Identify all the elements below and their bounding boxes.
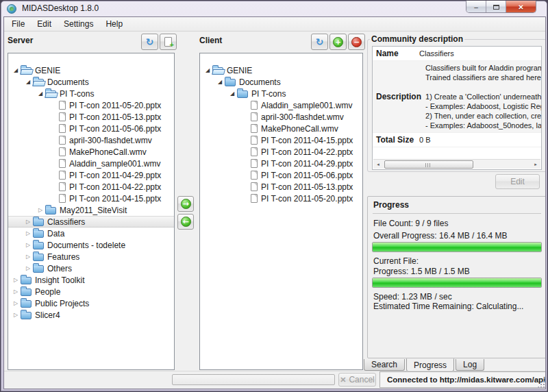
title-bar[interactable]: MIDASDesktop 1.8.0 – ✕	[1, 1, 547, 16]
collapse-arrow-icon[interactable]: ◢	[215, 79, 225, 85]
file-icon	[59, 194, 66, 203]
menu-settings[interactable]: Settings	[58, 18, 99, 31]
tree-item[interactable]: PI T-con 2011-05-13.pptx	[8, 111, 174, 123]
tree-item[interactable]: PI T-con 2011-05-20.pptx	[200, 193, 362, 204]
maximize-button[interactable]	[486, 1, 506, 13]
tree-item[interactable]: ▷People	[8, 286, 174, 297]
tree-item[interactable]: PI T-con 2011-05-20.pptx	[8, 99, 174, 111]
tree-item[interactable]: ▷Documents - todelete	[8, 239, 174, 251]
client-add-button[interactable]: +	[329, 34, 347, 50]
progress-title: Progress	[373, 200, 409, 210]
client-refresh-button[interactable]: ↻	[311, 34, 328, 50]
statusbar-progress-bar	[172, 374, 335, 385]
tree-item[interactable]: PI T-con 2011-04-22.pptx	[200, 146, 362, 158]
folder-open-icon	[45, 90, 56, 98]
tree-item[interactable]: PI T-con 2011-04-22.pptx	[8, 181, 174, 193]
tree-item[interactable]: ◢PI T-cons	[200, 88, 362, 99]
collapse-arrow-icon[interactable]: ◢	[227, 90, 237, 97]
scroll-left-icon[interactable]: ◂	[373, 162, 383, 167]
folder-icon	[225, 79, 236, 86]
tree-item[interactable]: ▷May2011_SiteVisit	[8, 204, 174, 216]
tree-item-label: Documents - todelete	[47, 241, 125, 250]
tab-log[interactable]: Log	[456, 359, 484, 371]
tree-item[interactable]: PI T-con 2011-05-06.pptx	[8, 123, 174, 134]
file-icon	[59, 171, 66, 180]
folder-icon	[21, 300, 32, 308]
expand-arrow-icon[interactable]: ▷	[11, 277, 21, 283]
tree-item[interactable]: PI T-con 2011-04-15.pptx	[8, 193, 174, 204]
tree-item[interactable]: ◢Documents	[200, 76, 362, 88]
collapse-arrow-icon[interactable]: ◢	[23, 79, 33, 85]
file-icon	[251, 147, 258, 156]
tree-item[interactable]: MakePhoneCall.wmv	[200, 123, 362, 134]
tree-item[interactable]: PI T-con 2011-05-13.pptx	[200, 181, 362, 193]
server-new-resource-button[interactable]: +	[160, 34, 177, 50]
tree-item[interactable]: ▷Data	[8, 228, 174, 239]
tree-item[interactable]: PI T-con 2011-05-06.pptx	[200, 169, 362, 181]
tree-item-label: PI T-con 2011-04-15.pptx	[69, 194, 161, 204]
expand-arrow-icon[interactable]: ▷	[23, 230, 33, 236]
collapse-arrow-icon[interactable]: ◢	[36, 90, 45, 97]
client-tree: ◢GENIE◢Documents◢PI T-consAladdin_sample…	[199, 53, 363, 370]
tree-item[interactable]: ◢Documents	[8, 76, 174, 88]
field-value: Classifiers	[416, 47, 541, 60]
tree-item-label: May2011_SiteVisit	[60, 206, 127, 215]
transfer-to-client-button[interactable]: →	[177, 196, 194, 212]
tree-item[interactable]: PI T-con 2011-04-29.pptx	[200, 158, 362, 169]
scroll-right-icon[interactable]: ▸	[531, 162, 540, 167]
menu-edit[interactable]: Edit	[31, 18, 58, 31]
tree-item[interactable]: PI T-con 2011-04-15.pptx	[200, 134, 362, 146]
tree-item[interactable]: ▷Slicer4	[8, 309, 174, 321]
transfer-to-server-button[interactable]: ←	[177, 214, 194, 230]
collapse-arrow-icon[interactable]: ◢	[203, 67, 212, 73]
tree-item[interactable]: april-300-flashdet.wmv	[200, 111, 362, 123]
field-value-line: Classifiers built for Aladdin program.	[425, 63, 541, 73]
tree-item[interactable]: ▷Others	[8, 262, 174, 274]
tree-item[interactable]: ▷Insight Toolkit	[8, 274, 174, 286]
expand-arrow-icon[interactable]: ▷	[11, 312, 21, 318]
tree-item[interactable]: Aladdin_sample001.wmv	[200, 99, 362, 111]
menu-bar: FileEditSettingsHelp	[4, 17, 545, 32]
tree-item[interactable]: ▷Features	[8, 251, 174, 262]
close-button[interactable]: ✕	[506, 1, 536, 13]
tree-item[interactable]: ◢GENIE	[8, 64, 174, 76]
tree-item[interactable]: MakePhoneCall.wmv	[8, 146, 174, 158]
expand-arrow-icon[interactable]: ▷	[36, 207, 45, 213]
expand-arrow-icon[interactable]: ▷	[23, 254, 33, 260]
file-icon	[251, 112, 258, 121]
server-refresh-button[interactable]: ↻	[141, 34, 158, 50]
client-remove-button[interactable]: −	[348, 34, 365, 50]
tree-item[interactable]: ▷Public Projects	[8, 297, 174, 309]
tab-search[interactable]: Search	[364, 359, 405, 371]
tree-item[interactable]: ◢PI T-cons	[8, 88, 174, 99]
menu-help[interactable]: Help	[99, 18, 129, 31]
collapse-arrow-icon[interactable]: ◢	[11, 67, 21, 73]
expand-arrow-icon[interactable]: ▷	[11, 300, 21, 306]
tree-item[interactable]: PI T-con 2011-04-29.pptx	[8, 169, 174, 181]
tree-item[interactable]: ▷Classifiers	[8, 216, 174, 228]
file-icon	[251, 136, 258, 145]
server-panel-title: Server	[8, 36, 33, 45]
tree-item[interactable]: ◢GENIE	[200, 64, 362, 76]
file-icon	[251, 182, 258, 191]
file-icon	[59, 124, 66, 133]
expand-arrow-icon[interactable]: ▷	[23, 219, 33, 225]
tab-progress[interactable]: Progress	[406, 358, 454, 371]
tree-item[interactable]: Aladdin_sample001.wmv	[8, 158, 174, 169]
expand-arrow-icon[interactable]: ▷	[11, 289, 21, 295]
tree-item[interactable]: april-300-flashdet.wmv	[8, 134, 174, 146]
horizontal-scrollbar[interactable]: ◂ ▸	[373, 159, 540, 169]
file-icon	[251, 101, 258, 110]
edit-button[interactable]: Edit	[495, 174, 540, 189]
expand-arrow-icon[interactable]: ▷	[23, 242, 33, 248]
menu-file[interactable]: File	[5, 18, 31, 31]
scrollbar-thumb[interactable]	[384, 160, 473, 169]
tree-item-label: PI T-con 2011-04-15.pptx	[261, 136, 353, 145]
tree-item-label: PI T-con 2011-05-06.pptx	[69, 124, 161, 134]
tree-item-label: People	[35, 287, 60, 297]
client-panel-title: Client	[199, 36, 222, 45]
minimize-button[interactable]: –	[466, 1, 486, 13]
expand-arrow-icon[interactable]: ▷	[23, 265, 33, 271]
cancel-button[interactable]: ✕ Cancel	[338, 373, 376, 387]
folder-open-icon	[21, 67, 32, 75]
